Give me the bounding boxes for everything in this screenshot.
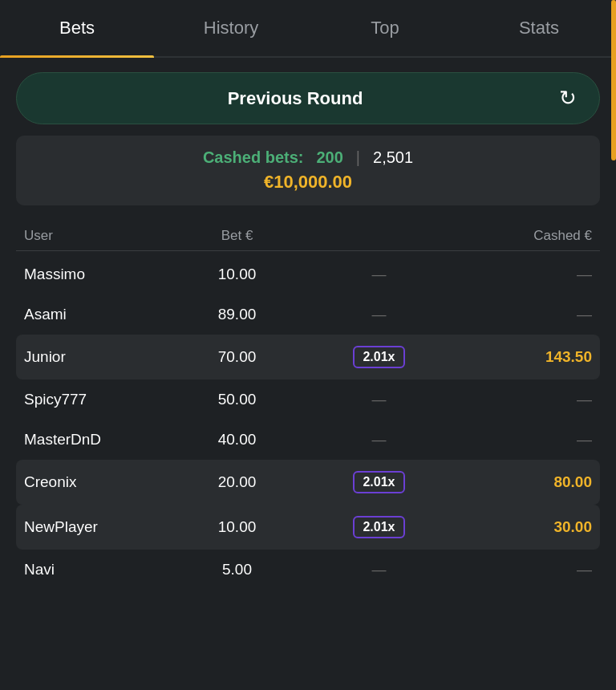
tab-bar: Bets History Top Stats xyxy=(0,0,616,58)
table-row: Asami 89.00 — — xyxy=(16,294,600,335)
header-user: User xyxy=(24,228,166,244)
cell-multiplier: — xyxy=(308,266,450,283)
cell-cashed: — xyxy=(450,431,592,448)
stats-row-counts: Cashed bets: 200 | 2,501 xyxy=(40,148,576,167)
previous-round-label: Previous Round xyxy=(39,88,551,109)
tab-history-label: History xyxy=(204,18,258,38)
cell-username: Spicy777 xyxy=(24,391,166,408)
cell-multiplier: — xyxy=(308,391,450,408)
cell-bet: 40.00 xyxy=(166,431,308,448)
tab-history[interactable]: History xyxy=(154,0,308,56)
cashed-count: 200 xyxy=(316,148,342,167)
cell-bet: 20.00 xyxy=(166,473,308,491)
cell-username: NewPlayer xyxy=(24,518,166,536)
cell-username: Massimo xyxy=(24,266,166,283)
header-cashed: Cashed € xyxy=(450,228,592,244)
table-row: Navi 5.00 — — xyxy=(16,550,600,590)
stats-bar: Cashed bets: 200 | 2,501 €10,000.00 xyxy=(16,136,600,205)
total-count: 2,501 xyxy=(373,148,413,167)
main-content: Previous Round ↻ Cashed bets: 200 | 2,50… xyxy=(0,58,616,604)
table-row: Massimo 10.00 — — xyxy=(16,254,600,294)
cell-cashed: — xyxy=(450,561,592,578)
cashed-label: Cashed bets: xyxy=(203,148,304,167)
cell-bet: 5.00 xyxy=(166,561,308,578)
tab-stats-label: Stats xyxy=(519,18,559,38)
bet-table: User Bet € Cashed € Massimo 10.00 — — As… xyxy=(16,221,600,590)
cell-bet: 89.00 xyxy=(166,306,308,323)
cell-cashed: 30.00 xyxy=(450,518,592,536)
multiplier-badge: 2.01x xyxy=(353,346,404,368)
scrollbar-track[interactable] xyxy=(611,0,616,56)
no-multiplier: — xyxy=(372,432,387,448)
cell-cashed: — xyxy=(450,391,592,408)
cell-username: Junior xyxy=(24,348,166,366)
no-multiplier: — xyxy=(372,562,387,578)
cell-bet: 10.00 xyxy=(166,266,308,283)
multiplier-badge: 2.01x xyxy=(353,516,404,538)
cell-username: Creonix xyxy=(24,473,166,491)
stats-divider: | xyxy=(356,148,360,167)
table-body: Massimo 10.00 — — Asami 89.00 — — Junior… xyxy=(16,254,600,590)
cell-multiplier: — xyxy=(308,431,450,448)
cell-bet: 10.00 xyxy=(166,518,308,536)
cell-cashed: — xyxy=(450,306,592,323)
table-row: NewPlayer 10.00 2.01x 30.00 xyxy=(16,505,600,550)
header-mult xyxy=(308,228,450,244)
table-row: Creonix 20.00 2.01x 80.00 xyxy=(16,460,600,505)
cell-multiplier: 2.01x xyxy=(308,471,450,493)
cell-bet: 70.00 xyxy=(166,348,308,366)
cell-multiplier: — xyxy=(308,561,450,578)
cell-cashed: — xyxy=(450,266,592,283)
cell-multiplier: 2.01x xyxy=(308,346,450,368)
table-row: MasterDnD 40.00 — — xyxy=(16,420,600,460)
header-bet: Bet € xyxy=(166,228,308,244)
multiplier-badge: 2.01x xyxy=(353,471,404,493)
cell-cashed: 143.50 xyxy=(450,348,592,366)
tab-stats[interactable]: Stats xyxy=(462,0,616,56)
tab-bets[interactable]: Bets xyxy=(0,0,154,56)
cell-multiplier: 2.01x xyxy=(308,516,450,538)
table-header: User Bet € Cashed € xyxy=(16,221,600,251)
table-row: Spicy777 50.00 — — xyxy=(16,380,600,420)
cell-bet: 50.00 xyxy=(166,391,308,408)
tab-top[interactable]: Top xyxy=(308,0,462,56)
history-icon: ↻ xyxy=(559,86,577,111)
cell-cashed: 80.00 xyxy=(450,473,592,491)
table-row: Junior 70.00 2.01x 143.50 xyxy=(16,335,600,380)
cell-username: MasterDnD xyxy=(24,431,166,448)
cell-username: Asami xyxy=(24,306,166,323)
no-multiplier: — xyxy=(372,266,387,282)
cell-multiplier: — xyxy=(308,306,450,323)
no-multiplier: — xyxy=(372,306,387,323)
tab-bets-label: Bets xyxy=(59,18,95,38)
cell-username: Navi xyxy=(24,561,166,578)
tab-top-label: Top xyxy=(371,18,399,38)
previous-round-button[interactable]: Previous Round ↻ xyxy=(16,72,600,124)
no-multiplier: — xyxy=(372,392,387,408)
stats-amount: €10,000.00 xyxy=(40,172,576,193)
